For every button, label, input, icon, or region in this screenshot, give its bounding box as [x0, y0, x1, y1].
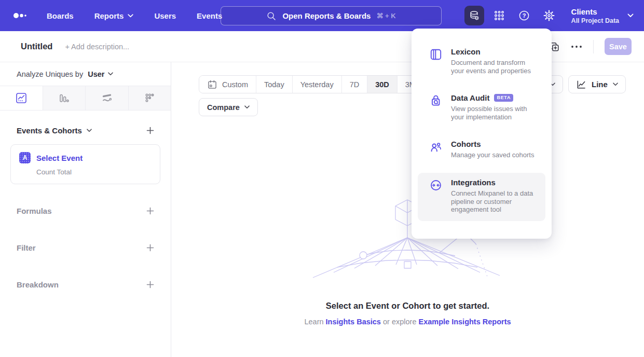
events-cohorts-header[interactable]: Events & Cohorts: [17, 126, 154, 135]
apps-grid-button[interactable]: [489, 6, 509, 25]
analyze-label: Analyze Uniques by: [17, 70, 83, 78]
compare-label: Compare: [207, 103, 240, 112]
nav-users[interactable]: Users: [154, 11, 176, 20]
chart-type-dropdown[interactable]: Line: [568, 75, 626, 93]
empty-state-links: Learn Insights Basics or explore Example…: [171, 318, 644, 326]
date-range-today-label: Today: [264, 80, 284, 89]
plus-icon: [146, 244, 154, 252]
plus-icon: [146, 127, 154, 134]
report-title[interactable]: Untitled: [21, 42, 52, 51]
beta-badge: BETA: [494, 94, 513, 102]
breakdown-section: Breakdown: [17, 277, 154, 292]
date-range-30d[interactable]: 30D: [367, 76, 398, 93]
date-range-7d-label: 7D: [350, 80, 360, 89]
lexicon-description: Document and transform your events and p…: [451, 59, 538, 75]
data-audit-title: Data Audit: [451, 93, 489, 102]
integrations-title: Integrations: [451, 178, 496, 187]
data-audit-icon: [429, 94, 443, 107]
date-range-today[interactable]: Today: [256, 76, 293, 93]
database-gear-icon: [468, 9, 481, 22]
lexicon-title: Lexicon: [451, 47, 481, 56]
report-canvas: Custom Today Yesterday 7D 30D 3M 6M Comp…: [171, 62, 644, 357]
add-event-button[interactable]: [146, 127, 154, 134]
formulas-section: Formulas: [17, 203, 154, 218]
filter-section: Filter: [17, 240, 154, 255]
chevron-down-icon: [87, 129, 92, 132]
or-explore-text: or explore: [383, 318, 416, 326]
search-shortcut: ⌘ + K: [376, 12, 395, 20]
chevron-down-icon: [108, 72, 113, 76]
settings-button[interactable]: [539, 6, 559, 25]
apps-grid-icon: [493, 9, 505, 22]
calendar-icon: [207, 79, 217, 90]
insights-basics-link[interactable]: Insights Basics: [326, 318, 381, 326]
date-range-yesterday[interactable]: Yesterday: [293, 76, 342, 93]
tab-bar-chart[interactable]: [43, 86, 86, 110]
select-event-label[interactable]: Select Event: [36, 154, 83, 162]
empty-state-title: Select an Event or Cohort to get started…: [171, 301, 644, 311]
chevron-down-icon: [627, 13, 634, 18]
nav-boards[interactable]: Boards: [47, 11, 74, 20]
empty-state: Select an Event or Cohort to get started…: [171, 301, 644, 326]
nav-users-label: Users: [154, 11, 176, 20]
data-audit-description: View possible issues with your implement…: [451, 105, 538, 121]
add-filter-button[interactable]: [146, 244, 154, 252]
add-description-field[interactable]: + Add description...: [65, 43, 129, 51]
project-switcher[interactable]: Clients All Project Data: [571, 7, 634, 24]
header-actions: Save: [549, 38, 632, 55]
add-formula-button[interactable]: [146, 207, 154, 215]
add-breakdown-button[interactable]: [146, 281, 154, 289]
event-letter-badge: A: [19, 152, 31, 163]
date-range-custom[interactable]: Custom: [199, 76, 256, 93]
save-button[interactable]: Save: [605, 38, 632, 55]
header-divider: [593, 40, 594, 53]
global-search-input[interactable]: Open Reports & Boards ⌘ + K: [221, 6, 442, 25]
line-chart-tab-icon: [15, 92, 28, 104]
nav-reports[interactable]: Reports: [94, 11, 134, 20]
mixpanel-logo-icon[interactable]: [12, 9, 28, 22]
menu-item-integrations[interactable]: Integrations Connect Mixpanel to a data …: [418, 173, 545, 221]
cohorts-description: Manage your saved cohorts: [451, 151, 534, 159]
cohorts-icon: [429, 140, 443, 154]
filter-label: Filter: [17, 243, 36, 252]
nav-events[interactable]: Events: [197, 11, 222, 20]
menu-item-data-audit[interactable]: Data Audit BETA View possible issues wit…: [418, 88, 545, 128]
tab-retention[interactable]: [129, 86, 171, 110]
breakdown-label: Breakdown: [17, 280, 59, 289]
menu-item-cohorts[interactable]: Cohorts Manage your saved cohorts: [418, 134, 545, 167]
date-range-yesterday-label: Yesterday: [300, 80, 334, 89]
count-total-label[interactable]: Count Total: [36, 168, 152, 176]
project-scope: All Project Data: [571, 17, 619, 24]
svg-text:?: ?: [522, 12, 526, 19]
tab-line-chart[interactable]: [0, 86, 43, 110]
plus-icon: [146, 281, 154, 289]
integrations-icon: [429, 178, 443, 192]
flows-tab-icon: [101, 92, 113, 104]
nav-events-label: Events: [197, 11, 222, 20]
search-placeholder: Open Reports & Boards: [282, 11, 371, 20]
bar-chart-tab-icon: [58, 92, 70, 104]
cohorts-title: Cohorts: [451, 140, 481, 148]
events-cohorts-title: Events & Cohorts: [17, 126, 82, 135]
date-range-7d[interactable]: 7D: [342, 76, 368, 93]
chevron-down-icon: [244, 105, 250, 109]
analyze-by-dropdown[interactable]: User: [88, 70, 113, 78]
top-navbar: Boards Reports Users Events Open Reports…: [0, 0, 644, 31]
example-insights-reports-link[interactable]: Example Insights Reports: [418, 318, 511, 326]
more-options-button[interactable]: [571, 45, 582, 48]
help-button[interactable]: ?: [514, 6, 534, 25]
analyze-row: Analyze Uniques by User: [0, 62, 171, 86]
integrations-description: Connect Mixpanel to a data pipeline or c…: [451, 189, 538, 214]
compare-dropdown[interactable]: Compare: [199, 98, 258, 116]
learn-prefix: Learn: [304, 318, 323, 326]
lexicon-icon: [429, 48, 443, 61]
data-management-button[interactable]: [464, 6, 484, 25]
primary-nav: Boards Reports Users Events: [47, 11, 222, 20]
chevron-down-icon: [128, 14, 133, 18]
tab-flows[interactable]: [86, 86, 129, 110]
menu-item-lexicon[interactable]: Lexicon Document and transform your even…: [418, 42, 545, 82]
select-event-card[interactable]: A Select Event Count Total: [10, 144, 160, 184]
analyze-value-label: User: [88, 70, 104, 78]
chevron-down-icon: [613, 83, 618, 86]
query-builder-sidebar: Analyze Uniques by User: [0, 62, 171, 357]
